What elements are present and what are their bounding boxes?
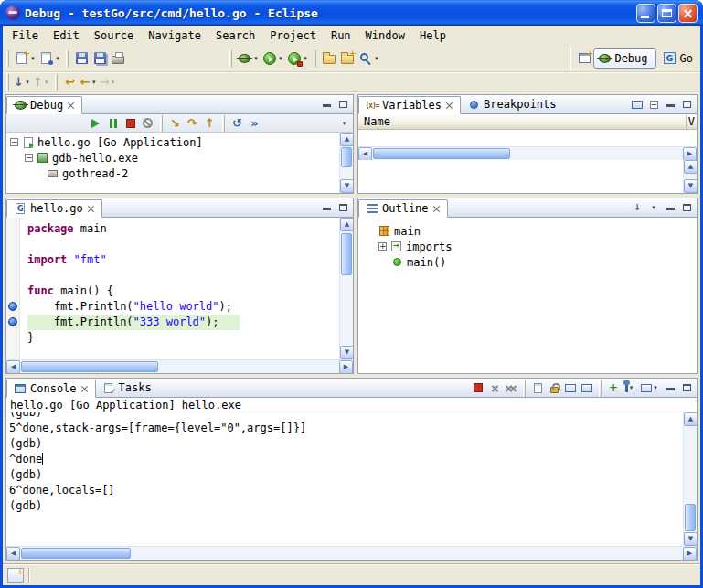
- menu-source[interactable]: Source: [87, 27, 141, 44]
- next-annotation-button[interactable]: [13, 73, 32, 91]
- search-button[interactable]: [357, 48, 381, 69]
- sort-button[interactable]: [629, 200, 645, 215]
- minimize-view-button[interactable]: [318, 97, 335, 112]
- scroll-down-button[interactable]: [684, 179, 698, 193]
- expand-expander-icon[interactable]: [378, 242, 387, 251]
- toolbar-grip[interactable]: [160, 115, 163, 132]
- toolbar-grip[interactable]: [222, 115, 225, 132]
- tab-close-icon[interactable]: [80, 385, 89, 393]
- breakpoint-icon[interactable]: [8, 302, 17, 311]
- step-filters-button[interactable]: [246, 115, 263, 132]
- variables-tree[interactable]: [358, 130, 697, 146]
- disconnect-button[interactable]: [139, 115, 156, 132]
- show-type-names-button[interactable]: [629, 97, 645, 112]
- outline-method-row[interactable]: main(): [358, 254, 697, 270]
- minimize-view-button[interactable]: [662, 380, 678, 395]
- step-over-button[interactable]: [184, 115, 201, 132]
- step-return-button[interactable]: [201, 115, 218, 132]
- pin-console-button[interactable]: [605, 380, 622, 395]
- tab-debug[interactable]: Debug: [6, 96, 82, 114]
- outline-tree[interactable]: main imports main(): [358, 218, 697, 373]
- tab-outline[interactable]: Outline: [358, 199, 448, 218]
- variables-detail-pane[interactable]: [358, 160, 697, 193]
- code-area[interactable]: package main import "fmt" func main() { …: [20, 218, 339, 359]
- tab-console[interactable]: Console: [6, 380, 96, 398]
- scrollbar-track[interactable]: [340, 231, 353, 346]
- resume-button[interactable]: [87, 115, 104, 132]
- scrollbar-thumb[interactable]: [21, 548, 131, 559]
- drop-to-frame-button[interactable]: [229, 115, 246, 132]
- debug-tree[interactable]: hello.go [Go Application] gdb-hello.exe …: [6, 133, 353, 193]
- dropdown-arrow-icon[interactable]: [373, 55, 380, 62]
- scrollbar-thumb[interactable]: [685, 504, 696, 531]
- maximize-button[interactable]: [657, 4, 676, 23]
- previous-annotation-button[interactable]: [32, 73, 51, 91]
- toolbar-grip[interactable]: [599, 380, 602, 397]
- maximize-view-button[interactable]: [678, 200, 695, 215]
- eclipse-logo-icon[interactable]: [5, 5, 20, 20]
- dropdown-arrow-icon[interactable]: [29, 55, 37, 62]
- step-into-button[interactable]: [166, 115, 184, 132]
- variables-detail-text[interactable]: [358, 160, 683, 193]
- dropdown-arr ow-icon[interactable]: [302, 55, 309, 62]
- scrollbar-track[interactable]: [20, 360, 339, 373]
- scrollbar-track[interactable]: [684, 426, 697, 532]
- dropdown-arrow-icon[interactable]: [43, 79, 50, 86]
- suspend-button[interactable]: [104, 115, 122, 132]
- dropdown-arrow-icon[interactable]: [54, 55, 61, 62]
- dropdown-arrow-icon[interactable]: [91, 79, 98, 86]
- instruction-pointer-icon[interactable]: [8, 317, 17, 326]
- back-button[interactable]: [80, 73, 99, 91]
- tab-close-icon[interactable]: [432, 205, 441, 213]
- variables-column-header[interactable]: Name V: [358, 114, 697, 130]
- scroll-left-button[interactable]: [6, 360, 20, 374]
- menu-file[interactable]: File: [5, 27, 46, 44]
- remove-all-launches-button[interactable]: [503, 380, 519, 395]
- console-horizontal-scrollbar[interactable]: [6, 546, 697, 560]
- dropdown-arrow-icon[interactable]: [277, 55, 284, 62]
- editor-horizontal-scrollbar[interactable]: [6, 359, 353, 373]
- menu-project[interactable]: Project: [262, 27, 324, 44]
- dropdown-arrow-icon[interactable]: [628, 384, 635, 391]
- perspective-go-button[interactable]: Go: [656, 48, 700, 69]
- tab-tasks[interactable]: Tasks: [96, 379, 158, 397]
- forward-button[interactable]: [99, 73, 118, 91]
- open-resource-button[interactable]: [338, 48, 357, 69]
- tab-hello-go[interactable]: hello.go: [6, 199, 102, 218]
- scroll-up-button[interactable]: [684, 412, 697, 426]
- minimize-view-button[interactable]: [662, 200, 678, 215]
- minimize-button[interactable]: [636, 4, 655, 23]
- detail-vertical-scrollbar[interactable]: [683, 160, 697, 193]
- save-all-button[interactable]: [91, 48, 109, 69]
- print-button[interactable]: [109, 48, 127, 69]
- console-output[interactable]: (gdb) 5^done,stack-args=[frame={level="0…: [6, 412, 683, 546]
- toolbar-grip[interactable]: [523, 380, 526, 397]
- new-wizard-button[interactable]: [13, 48, 37, 69]
- menu-edit[interactable]: Edit: [46, 27, 87, 44]
- fast-view-icon[interactable]: [7, 568, 24, 583]
- toolbar-grip[interactable]: [314, 50, 316, 67]
- console-vertical-scrollbar[interactable]: [683, 412, 697, 546]
- scrollbar-thumb[interactable]: [341, 233, 352, 275]
- maximize-view-button[interactable]: [335, 200, 351, 215]
- maximize-view-button[interactable]: [678, 97, 695, 112]
- menu-help[interactable]: Help: [412, 27, 453, 44]
- terminate-button[interactable]: [122, 115, 139, 132]
- scroll-up-button[interactable]: [340, 133, 353, 146]
- debug-tree-process-row[interactable]: gdb-hello.exe: [6, 150, 339, 166]
- scroll-right-button[interactable]: [683, 547, 697, 561]
- scroll-up-button[interactable]: [684, 160, 698, 174]
- toolbar-grip[interactable]: [6, 74, 9, 91]
- scrollbar-track[interactable]: [20, 547, 683, 560]
- editor-marker-gutter[interactable]: [6, 218, 20, 359]
- open-console-button[interactable]: [638, 380, 662, 395]
- menu-run[interactable]: Run: [324, 27, 358, 44]
- menu-window[interactable]: Window: [358, 27, 412, 44]
- scroll-up-button[interactable]: [340, 218, 353, 231]
- debug-tree-thread-row[interactable]: gothread-2: [6, 166, 339, 181]
- editor-vertical-scrollbar[interactable]: [339, 218, 353, 359]
- dropdown-arrow-icon[interactable]: [652, 384, 659, 391]
- remove-launch-button[interactable]: [486, 380, 503, 395]
- scrollbar-track[interactable]: [684, 174, 697, 179]
- save-button[interactable]: [72, 48, 91, 69]
